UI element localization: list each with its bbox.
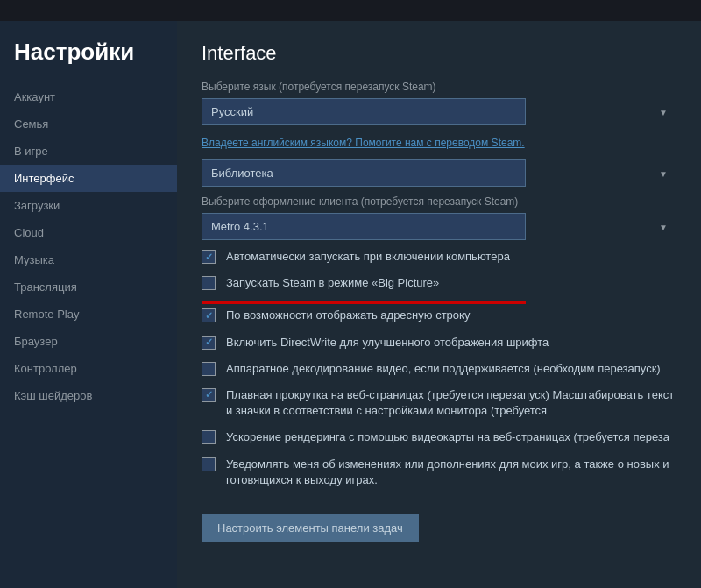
translation-help-link[interactable]: Владеете английским языком? Помогите нам… [202,137,525,149]
option-text-bigpicture: Запускать Steam в режиме «Big Picture» [226,275,676,291]
sidebar-item-family[interactable]: Семья [0,110,177,138]
sidebar-item-music[interactable]: Музыка [0,246,177,273]
skin-dropdown-arrow: ▼ [659,222,668,231]
checkbox-directwrite[interactable] [202,336,216,350]
option-text-hwdecode: Аппаратное декодирование видео, если под… [226,361,676,377]
title-bar: — [0,0,701,21]
checkbox-area-hwdecode [202,361,226,376]
content-area: Interface Выберите язык (потребуется пер… [177,21,701,588]
option-text-directwrite: Включить DirectWrite для улучшенного ото… [226,335,676,351]
checkbox-notify[interactable] [202,457,216,471]
option-text-gpuaccel: Ускорение рендеринга с помощью видеокарт… [226,429,676,445]
checkbox-area-bigpicture [202,275,226,290]
option-row-autostart: Автоматически запускать при включении ко… [202,249,676,265]
option-row-smoothscroll: Плавная прокрутка на веб-страницах (треб… [202,387,676,419]
sidebar: Настройки АккаунтСемьяВ игреИнтерфейсЗаг… [0,21,177,588]
language-dropdown-arrow: ▼ [659,107,668,117]
checkbox-area-autostart [202,249,226,264]
checkbox-hwdecode[interactable] [202,362,216,376]
language-dropdown[interactable]: РусскийEnglishDeutschFrançaisEspañol [202,98,526,125]
minimize-button[interactable]: — [673,3,694,18]
skin-label: Выберите оформление клиента (потребуется… [202,195,676,208]
option-row-hwdecode: Аппаратное декодирование видео, если под… [202,361,676,377]
option-text-smoothscroll: Плавная прокрутка на веб-страницах (треб… [226,387,676,419]
sidebar-item-interface[interactable]: Интерфейс [0,165,177,192]
library-dropdown-wrapper: БиблиотекаИгрыПрограммы ▼ [202,159,676,187]
option-text-addressbar: По возможности отображать адресную строк… [226,308,676,323]
red-annotation-line [202,301,526,304]
sidebar-item-shadercache[interactable]: Кэш шейдеров [0,382,177,409]
sidebar-item-controller[interactable]: Контроллер [0,355,177,382]
checkbox-gpuaccel[interactable] [202,430,216,444]
option-row-addressbar: По возможности отображать адресную строк… [202,308,676,323]
skin-dropdown[interactable]: Metro 4.3.1DefaultDark [202,213,526,240]
checkbox-area-notify [202,457,226,471]
skin-dropdown-wrapper: Metro 4.3.1DefaultDark ▼ [202,213,676,240]
sidebar-item-cloud[interactable]: Cloud [0,219,177,246]
language-dropdown-wrapper: РусскийEnglishDeutschFrançaisEspañol ▼ [202,98,676,125]
option-row-notify: Уведомлять меня об изменениях или дополн… [202,457,676,488]
main-container: Настройки АккаунтСемьяВ игреИнтерфейсЗаг… [0,21,701,588]
option-text-notify: Уведомлять меня об изменениях или дополн… [226,457,676,488]
option-row-directwrite: Включить DirectWrite для улучшенного ото… [202,335,676,351]
annotation-wrapper [202,301,676,304]
sidebar-item-broadcast[interactable]: Трансляция [0,273,177,301]
checkbox-area-directwrite [202,335,226,350]
page-title: Interface [202,42,676,65]
language-label: Выберите язык (потребуется перезапуск St… [202,81,676,93]
sidebar-item-browser[interactable]: Браузер [0,328,177,355]
sidebar-item-remoteplay[interactable]: Remote Play [0,301,177,328]
checkbox-area-addressbar [202,308,226,322]
sidebar-item-downloads[interactable]: Загрузки [0,192,177,219]
sidebar-title: Настройки [0,39,177,83]
checkbox-autostart[interactable] [202,250,216,264]
checkbox-addressbar[interactable] [202,308,216,322]
checkbox-area-gpuaccel [202,429,226,444]
customize-taskbar-button[interactable]: Настроить элементы панели задач [202,514,419,542]
option-row-gpuaccel: Ускорение рендеринга с помощью видеокарт… [202,429,676,445]
library-dropdown[interactable]: БиблиотекаИгрыПрограммы [202,159,526,187]
checkbox-smoothscroll[interactable] [202,388,216,402]
sidebar-item-account[interactable]: Аккаунт [0,83,177,110]
option-text-autostart: Автоматически запускать при включении ко… [226,249,676,265]
option-row-bigpicture: Запускать Steam в режиме «Big Picture» [202,275,676,291]
options-list: Автоматически запускать при включении ко… [202,249,676,488]
checkbox-area-smoothscroll [202,387,226,402]
sidebar-nav: АккаунтСемьяВ игреИнтерфейсЗагрузкиCloud… [0,83,177,409]
checkbox-bigpicture[interactable] [202,276,216,290]
sidebar-item-ingame[interactable]: В игре [0,138,177,165]
library-dropdown-arrow: ▼ [659,168,668,178]
